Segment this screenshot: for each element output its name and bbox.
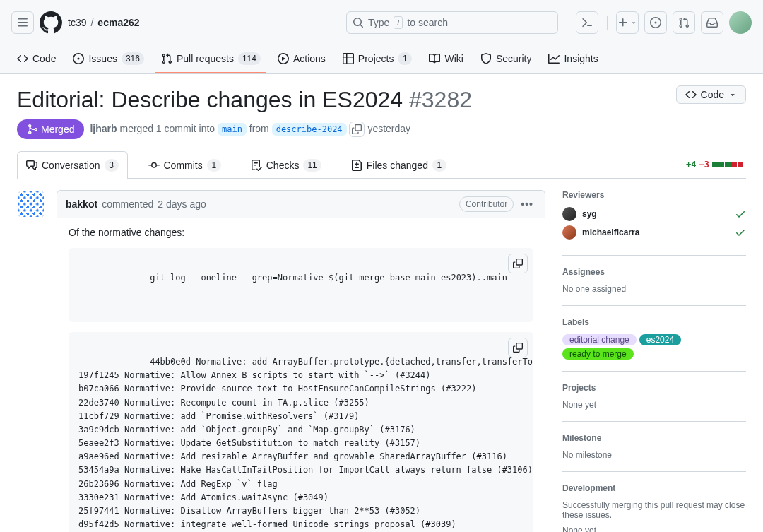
issues-button[interactable]	[644, 11, 667, 34]
hamburger-menu-button[interactable]	[11, 11, 34, 34]
merge-description: ljharb merged 1 commit into main from de…	[90, 122, 410, 137]
search-icon	[353, 17, 364, 28]
code-block-1: git log --oneline --grep=Normative $(git…	[69, 248, 533, 322]
tab-code[interactable]: Code	[11, 46, 61, 73]
copy-icon	[513, 343, 523, 353]
assignees-none: No one assigned	[562, 284, 746, 294]
breadcrumb: tc39 / ecma262	[68, 17, 140, 28]
reviewer-item[interactable]: syg	[562, 207, 746, 221]
triangle-down-icon	[728, 90, 737, 99]
code-icon	[685, 89, 697, 100]
command-palette-icon	[581, 17, 593, 28]
author-role-badge: Contributor	[459, 196, 514, 212]
user-avatar[interactable]	[729, 11, 752, 34]
copy-code-button[interactable]	[508, 338, 528, 357]
reviewer-avatar	[562, 225, 576, 240]
github-logo[interactable]	[40, 11, 62, 34]
search-placeholder-pre: Type	[368, 17, 389, 28]
book-icon	[429, 53, 440, 64]
comment-author-avatar[interactable]	[17, 190, 45, 218]
tab-commits[interactable]: Commits 1	[139, 151, 230, 179]
breadcrumb-owner[interactable]: tc39	[68, 17, 86, 28]
search-placeholder-post: to search	[407, 17, 448, 28]
reviewer-item[interactable]: michaelficarra	[562, 225, 746, 240]
graph-icon	[548, 53, 560, 64]
search-input[interactable]: Type / to search	[346, 11, 558, 34]
sidebar-reviewers-title[interactable]: Reviewers	[562, 190, 746, 200]
sidebar-milestone-title[interactable]: Milestone	[562, 433, 746, 443]
development-none: None yet	[562, 526, 746, 532]
tab-insights[interactable]: Insights	[543, 46, 603, 73]
command-palette-button[interactable]	[576, 11, 598, 34]
search-kbd: /	[394, 16, 403, 29]
merge-time: yesterday	[367, 123, 410, 134]
issue-opened-icon	[650, 17, 661, 28]
triangle-down-icon	[630, 19, 637, 26]
comment-para-1: Of the normative changes:	[69, 227, 533, 238]
divider	[607, 16, 608, 30]
development-text: Successfully merging this pull request m…	[562, 500, 746, 520]
comment-discussion-icon	[26, 160, 37, 171]
issue-opened-icon	[73, 53, 84, 64]
pull-requests-button[interactable]	[673, 11, 695, 34]
copy-icon	[352, 124, 362, 134]
tab-pull-requests[interactable]: Pull requests 114	[155, 45, 266, 73]
breadcrumb-separator: /	[90, 17, 93, 28]
projects-count: 1	[398, 52, 412, 65]
git-pull-request-icon	[161, 53, 172, 64]
plus-icon	[617, 17, 629, 28]
tab-wiki[interactable]: Wiki	[423, 46, 468, 73]
sidebar-projects-title[interactable]: Projects	[562, 383, 746, 393]
tab-actions[interactable]: Actions	[272, 46, 331, 73]
table-icon	[343, 53, 354, 64]
three-bars-icon	[17, 17, 28, 28]
check-icon	[735, 208, 746, 220]
copy-branch-button[interactable]	[349, 122, 365, 137]
mark-github-icon	[40, 11, 62, 34]
create-new-button[interactable]	[616, 11, 639, 34]
git-commit-icon	[148, 160, 160, 171]
code-block-2: 44bb0e0d Normative: add ArrayBuffer.prot…	[69, 332, 533, 532]
sidebar-labels-title[interactable]: Labels	[562, 317, 746, 327]
milestone-none: No milestone	[562, 450, 746, 460]
divider	[567, 16, 567, 30]
label-pill[interactable]: es2024	[639, 334, 681, 345]
reviewer-avatar	[562, 207, 576, 221]
git-pull-request-icon	[678, 17, 690, 28]
file-diff-icon	[351, 160, 362, 171]
comment-author[interactable]: bakkot	[66, 199, 97, 210]
tab-conversation[interactable]: Conversation 3	[17, 151, 128, 179]
tab-checks[interactable]: Checks 11	[242, 151, 331, 179]
code-icon	[17, 53, 28, 64]
issues-count: 316	[122, 52, 144, 65]
notifications-button[interactable]	[701, 11, 723, 34]
play-icon	[278, 53, 289, 64]
inbox-icon	[706, 17, 718, 28]
git-merge-icon	[27, 124, 38, 135]
head-branch[interactable]: describe-2024	[272, 123, 347, 136]
projects-none: None yet	[562, 400, 746, 410]
tab-issues[interactable]: Issues 316	[67, 45, 150, 73]
tab-projects[interactable]: Projects 1	[337, 45, 418, 73]
diffstat: +4 −3	[686, 160, 746, 170]
breadcrumb-repo[interactable]: ecma262	[97, 17, 139, 28]
comment-actions-menu[interactable]: •••	[518, 199, 536, 210]
page-title: Editorial: Describe changes in ES2024 #3…	[17, 85, 472, 114]
comment-action: commented	[102, 199, 153, 210]
sidebar-assignees-title[interactable]: Assignees	[562, 267, 746, 277]
label-pill[interactable]: editorial change	[562, 334, 637, 345]
sidebar-development-title[interactable]: Development	[562, 483, 746, 493]
shield-icon	[480, 53, 492, 64]
code-dropdown-button[interactable]: Code	[676, 85, 746, 104]
merge-user[interactable]: ljharb	[90, 123, 117, 134]
base-branch[interactable]: main	[218, 123, 247, 136]
copy-icon	[513, 259, 523, 268]
comment-time[interactable]: 2 days ago	[158, 199, 206, 210]
state-badge: Merged	[17, 119, 84, 139]
label-pill[interactable]: ready to merge	[562, 348, 634, 360]
check-icon	[735, 227, 746, 238]
copy-code-button[interactable]	[508, 254, 528, 273]
tab-security[interactable]: Security	[475, 46, 538, 73]
tab-files-changed[interactable]: Files changed 1	[342, 151, 456, 179]
pulls-count: 114	[238, 52, 261, 65]
